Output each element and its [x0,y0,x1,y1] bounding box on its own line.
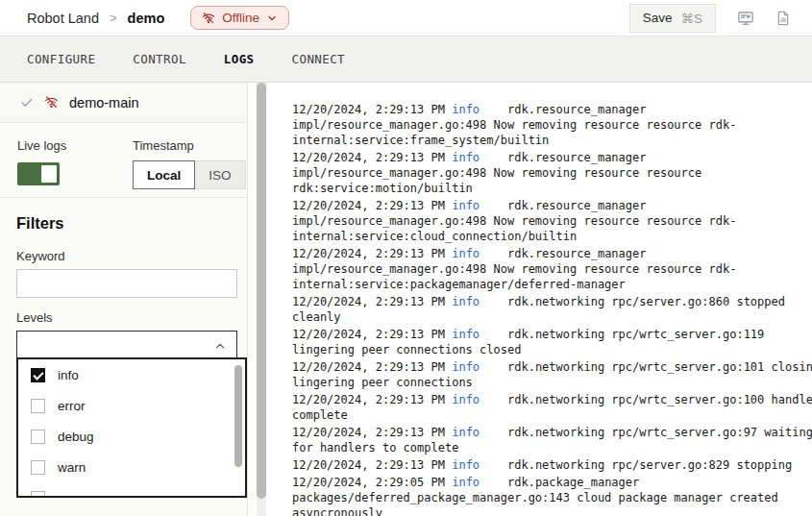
timestamp-label: Timestamp [133,138,246,153]
log-timestamp: 12/20/2024, 2:29:13 PM [292,393,445,406]
tab-configure[interactable]: CONFIGURE [27,52,95,66]
log-entry: 12/20/2024, 2:29:13 PM info rdk.networki… [292,425,812,455]
tab-connect[interactable]: CONNECT [292,52,345,66]
log-timestamp: 12/20/2024, 2:29:13 PM [292,458,445,472]
filters-title: Filters [16,214,231,233]
log-level[interactable]: info [452,151,480,164]
log-level[interactable]: info [452,199,480,212]
log-timestamp: 12/20/2024, 2:29:13 PM [292,360,445,374]
toggle-knob [41,165,57,183]
log-level[interactable]: info [452,393,480,406]
breadcrumb-machine: demo [128,11,165,26]
main-scrollbar-thumb[interactable] [257,83,266,499]
levels-select[interactable] [16,331,237,359]
log-timestamp: 12/20/2024, 2:29:13 PM [292,295,445,308]
filters-section: Filters Keyword Levels [0,198,247,376]
log-level[interactable]: info [452,426,480,439]
checkbox-debug[interactable] [31,430,45,444]
log-entry: 12/20/2024, 2:29:13 PM info rdk.resource… [292,198,812,244]
log-level[interactable]: info [452,476,480,489]
level-option-partial[interactable] [18,482,245,498]
machine-part-row[interactable]: demo-main [0,83,247,123]
log-timestamp: 12/20/2024, 2:29:13 PM [292,247,445,260]
check-icon [20,96,34,110]
checkbox-warn[interactable] [31,460,45,475]
log-timestamp: 12/20/2024, 2:29:05 PM [292,476,445,489]
log-entry: 12/20/2024, 2:29:13 PM info rdk.resource… [292,102,812,148]
breadcrumb-separator-icon: > [110,11,117,25]
log-level[interactable]: info [452,328,480,341]
log-timestamp: 12/20/2024, 2:29:13 PM [292,426,445,439]
level-option-info[interactable]: info [18,359,245,390]
log-panel: 12/20/2024, 2:29:13 PM info rdk.resource… [292,83,812,516]
wifi-off-icon [202,12,215,25]
wifi-off-icon [44,95,59,110]
log-timestamp: 12/20/2024, 2:29:13 PM [292,328,445,341]
log-level[interactable]: info [452,295,480,308]
status-badge-label: Offline [222,11,259,25]
log-level[interactable]: info [452,458,480,472]
breadcrumb: Robot Land > demo Offline [27,6,289,30]
log-controls: Live logs Timestamp LocalISO [0,123,247,198]
checkbox-partial[interactable] [31,491,45,499]
report-file-icon[interactable] [775,10,791,27]
timestamp-iso-button[interactable]: ISO [194,160,245,189]
keyword-label: Keyword [16,249,231,263]
timestamp-local-button[interactable]: Local [133,160,195,189]
log-timestamp: 12/20/2024, 2:29:13 PM [292,199,445,212]
tab-bar: CONFIGURECONTROLLOGSCONNECT [0,37,812,83]
checkbox-info[interactable] [31,368,45,382]
log-level[interactable]: info [452,247,480,260]
log-timestamp: 12/20/2024, 2:29:13 PM [292,103,445,116]
log-entry: 12/20/2024, 2:29:13 PM info rdk.networki… [292,359,812,390]
level-option-label: debug [58,430,94,444]
level-option-label: info [58,368,79,382]
live-logs-label: Live logs [17,138,66,153]
log-level[interactable]: info [452,360,480,374]
level-option-label: warn [58,460,86,475]
tab-control[interactable]: CONTROL [133,52,185,66]
live-logs-toggle[interactable] [17,162,60,185]
tab-logs[interactable]: LOGS [224,52,255,66]
log-entry: 12/20/2024, 2:29:13 PM info rdk.networki… [292,327,812,357]
monitor-icon[interactable] [737,10,754,27]
log-entry: 12/20/2024, 2:29:13 PM info rdk.resource… [292,246,812,292]
level-option-warn[interactable]: warn [18,452,245,482]
dropdown-scrollbar[interactable] [234,365,242,467]
log-entry: 12/20/2024, 2:29:05 PM info rdk.package_… [292,475,812,516]
level-option-error[interactable]: error [18,390,245,421]
chevron-down-icon [266,12,278,24]
top-bar: Robot Land > demo Offline Save ⌘S [0,0,812,37]
log-entry: 12/20/2024, 2:29:13 PM info rdk.networki… [292,457,812,473]
breadcrumb-location[interactable]: Robot Land [27,11,99,26]
level-option-debug[interactable]: debug [18,421,245,452]
log-entry: 12/20/2024, 2:29:13 PM info rdk.resource… [292,150,812,196]
levels-label: Levels [16,310,231,325]
log-entry: 12/20/2024, 2:29:13 PM info rdk.networki… [292,294,812,325]
timestamp-format-segmented: LocalISO [133,160,246,189]
checkbox-error[interactable] [31,399,45,413]
status-badge[interactable]: Offline [190,6,289,30]
log-level[interactable]: info [452,103,480,116]
main-scrollbar[interactable] [257,83,266,516]
log-timestamp: 12/20/2024, 2:29:13 PM [292,151,445,164]
level-option-label: error [58,399,86,413]
keyword-input[interactable] [16,269,237,298]
save-shortcut: ⌘S [680,11,702,26]
log-entry: 12/20/2024, 2:29:13 PM info rdk.networki… [292,392,812,423]
topbar-actions: Save ⌘S [629,4,791,33]
levels-dropdown: infoerrordebugwarn [16,357,247,498]
save-button-label: Save [643,11,673,25]
machine-part-name: demo-main [69,95,139,111]
save-button[interactable]: Save ⌘S [629,4,716,33]
